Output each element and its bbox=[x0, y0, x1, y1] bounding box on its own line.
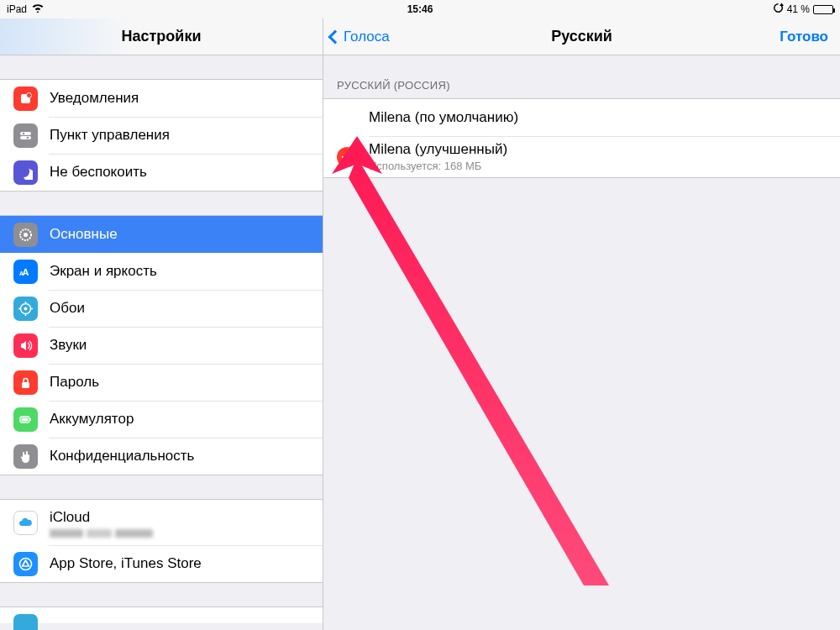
sidebar-item-privacy[interactable]: Конфиденциальность bbox=[0, 438, 323, 475]
wallpaper-icon bbox=[13, 297, 38, 321]
svg-point-5 bbox=[27, 136, 29, 139]
sidebar-item-partial[interactable] bbox=[0, 607, 323, 630]
sidebar-item-general[interactable]: Основные bbox=[0, 216, 323, 253]
sidebar-item-label: Конфиденциальность bbox=[50, 448, 194, 465]
sidebar-item-label: Аккумулятор bbox=[50, 411, 134, 428]
back-label: Голоса bbox=[344, 29, 390, 45]
moon-icon bbox=[13, 160, 38, 185]
svg-text:A: A bbox=[19, 270, 24, 276]
sidebar-item-battery[interactable]: Аккумулятор bbox=[0, 401, 323, 438]
sidebar-item-wallpaper[interactable]: Обои bbox=[0, 290, 323, 327]
voice-title: Milena (по умолчанию) bbox=[369, 109, 518, 126]
status-bar: iPad 15:46 41 % bbox=[0, 0, 840, 18]
sidebar-item-label: Пункт управления bbox=[50, 127, 170, 144]
gear-icon bbox=[13, 223, 38, 247]
battery-icon bbox=[813, 5, 833, 14]
sidebar-item-appstore[interactable]: App Store, iTunes Store bbox=[0, 545, 323, 582]
partial-icon bbox=[13, 614, 38, 631]
sidebar-item-control-center[interactable]: Пункт управления bbox=[0, 117, 323, 154]
done-label: Готово bbox=[780, 29, 828, 45]
voice-subtitle: Используется: 168 МБ bbox=[369, 160, 507, 172]
display-icon: AA bbox=[13, 260, 38, 284]
voice-row-enhanced[interactable]: Milena (улучшенный) Используется: 168 МБ bbox=[323, 136, 840, 177]
sidebar-item-icloud[interactable]: iCloud bbox=[0, 500, 323, 545]
sidebar-item-passcode[interactable]: Пароль bbox=[0, 364, 323, 401]
back-button[interactable]: Голоса bbox=[330, 29, 390, 45]
sidebar-item-label: iCloud bbox=[50, 509, 184, 526]
control-center-icon bbox=[13, 123, 38, 148]
settings-sidebar: Настройки Уведомления Пункт управления bbox=[0, 18, 323, 630]
voice-title: Milena (улучшенный) bbox=[369, 141, 507, 158]
sidebar-group-0: Уведомления Пункт управления Не беспокои… bbox=[0, 79, 323, 192]
svg-rect-16 bbox=[22, 382, 29, 388]
sidebar-item-label: Пароль bbox=[50, 374, 99, 391]
sidebar-item-label: Основные bbox=[50, 226, 118, 243]
sidebar-group-3-partial bbox=[0, 606, 323, 623]
svg-point-7 bbox=[24, 233, 28, 237]
hand-icon bbox=[13, 444, 38, 469]
voices-list: Milena (по умолчанию) Milena (улучшенный… bbox=[323, 98, 840, 178]
appstore-icon bbox=[13, 552, 38, 576]
status-time: 15:46 bbox=[407, 3, 433, 15]
detail-navbar: Голоса Русский Готово bbox=[323, 18, 840, 55]
icloud-account-redacted bbox=[50, 526, 184, 536]
sidebar-navbar: Настройки bbox=[0, 18, 323, 55]
sidebar-group-1: Основные AA Экран и яркость Обои Звуки bbox=[0, 215, 323, 475]
sidebar-title: Настройки bbox=[122, 28, 202, 45]
sidebar-group-2: iCloud App Store, iTunes Store bbox=[0, 499, 323, 583]
sidebar-item-do-not-disturb[interactable]: Не беспокоить bbox=[0, 154, 323, 191]
sidebar-item-display[interactable]: AA Экран и яркость bbox=[0, 253, 323, 290]
sync-icon bbox=[773, 3, 784, 16]
lock-icon bbox=[13, 370, 38, 395]
sidebar-item-label: Не беспокоить bbox=[50, 164, 147, 181]
svg-rect-19 bbox=[22, 417, 29, 421]
section-header: РУССКИЙ (РОССИЯ) bbox=[323, 55, 840, 98]
status-battery-text: 41 % bbox=[787, 3, 810, 15]
sidebar-item-label: Обои bbox=[50, 300, 85, 317]
speaker-icon bbox=[13, 333, 38, 358]
sidebar-item-label: App Store, iTunes Store bbox=[50, 555, 202, 572]
sidebar-item-label: Звуки bbox=[50, 337, 87, 354]
sidebar-item-label: Уведомления bbox=[50, 90, 139, 107]
done-button[interactable]: Готово bbox=[780, 29, 828, 45]
svg-point-4 bbox=[23, 132, 25, 134]
sidebar-item-notifications[interactable]: Уведомления bbox=[0, 80, 323, 117]
notifications-icon bbox=[13, 87, 38, 111]
status-carrier: iPad bbox=[7, 3, 27, 15]
delete-voice-button[interactable] bbox=[337, 147, 357, 167]
annotation-arrow bbox=[328, 132, 630, 602]
battery-settings-icon bbox=[13, 407, 38, 432]
svg-point-11 bbox=[24, 307, 28, 310]
wifi-icon bbox=[32, 3, 44, 15]
sidebar-item-label: Экран и яркость bbox=[50, 263, 157, 280]
svg-rect-3 bbox=[20, 136, 31, 139]
cloud-icon bbox=[13, 511, 38, 535]
svg-rect-18 bbox=[30, 418, 32, 421]
minus-icon bbox=[342, 156, 352, 158]
chevron-left-icon bbox=[328, 29, 343, 44]
sidebar-item-sounds[interactable]: Звуки bbox=[0, 327, 323, 364]
detail-pane: Голоса Русский Готово РУССКИЙ (РОССИЯ) M… bbox=[323, 18, 840, 630]
svg-rect-2 bbox=[20, 132, 31, 135]
voice-row-default[interactable]: Milena (по умолчанию) bbox=[323, 99, 840, 136]
detail-title: Русский bbox=[551, 28, 612, 45]
svg-point-1 bbox=[27, 92, 32, 97]
